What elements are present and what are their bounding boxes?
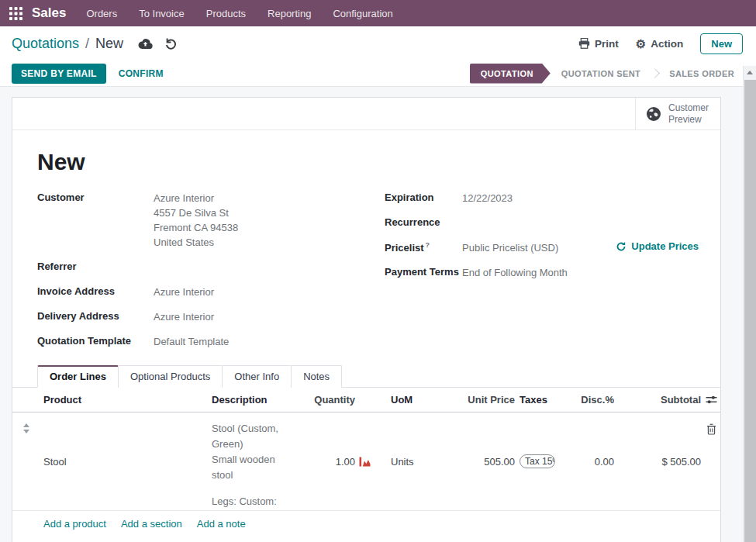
breadcrumb: Quotations / New <box>12 36 177 52</box>
update-prices-button[interactable]: Update Prices <box>616 240 699 252</box>
nav-menu: Orders To Invoice Products Reporting Con… <box>86 8 392 19</box>
print-button[interactable]: Print <box>578 38 619 50</box>
print-label: Print <box>595 38 619 50</box>
sliders-icon <box>706 395 717 405</box>
tax-tag[interactable]: Tax 15% <box>520 454 555 468</box>
field-referrer: Referrer <box>37 260 385 274</box>
trash-icon <box>706 423 716 435</box>
header-quantity[interactable]: Quantity <box>287 394 355 406</box>
action-button[interactable]: ⚙ Action <box>636 38 683 50</box>
tab-order-lines[interactable]: Order Lines <box>37 365 119 388</box>
save-cloud-icon[interactable] <box>137 38 154 50</box>
nav-item-orders[interactable]: Orders <box>86 8 117 19</box>
table-footer-links: Add a product Add a section Add a note <box>12 511 720 530</box>
cell-subtotal[interactable]: $ 505.00 <box>614 413 702 510</box>
step-sales-order[interactable]: SALES ORDER <box>669 69 734 78</box>
apps-grid-icon[interactable] <box>9 7 22 20</box>
invoice-address-label: Invoice Address <box>37 285 154 297</box>
customer-value[interactable]: Azure Interior 4557 De Silva St Fremont … <box>154 191 238 250</box>
customer-preview-label: Customer Preview <box>668 102 713 125</box>
refresh-icon <box>616 241 627 252</box>
confirm-button[interactable]: CONFIRM <box>119 68 164 79</box>
breadcrumb-quotations-link[interactable]: Quotations <box>12 36 79 52</box>
customer-preview-button[interactable]: Customer Preview <box>635 98 720 129</box>
app-brand[interactable]: Sales <box>32 5 66 21</box>
field-payment-terms: Payment Terms End of Following Month <box>385 265 702 280</box>
expiration-label: Expiration <box>385 191 462 203</box>
order-line-row[interactable]: Stool Stool (Custom, Green) Small wooden… <box>12 413 720 511</box>
header-disc[interactable]: Disc.% <box>564 394 614 406</box>
nav-item-reporting[interactable]: Reporting <box>268 8 311 19</box>
field-pricelist: Pricelist? Public Pricelist (USD) Update… <box>385 240 702 255</box>
add-a-product-link[interactable]: Add a product <box>43 518 106 530</box>
cell-quantity[interactable]: 1.00 <box>287 413 355 510</box>
field-delivery-address: Delivery Address Azure Interior <box>37 309 385 324</box>
header-subtotal[interactable]: Subtotal <box>614 394 702 406</box>
cell-description[interactable]: Stool (Custom, Green) Small wooden stool… <box>200 413 287 510</box>
top-navbar: Sales Orders To Invoice Products Reporti… <box>0 0 756 26</box>
customer-label: Customer <box>37 191 154 203</box>
document-title: New <box>37 149 702 175</box>
pricelist-label: Pricelist? <box>385 240 462 254</box>
optional-columns-button[interactable] <box>702 395 720 405</box>
action-label: Action <box>651 38 683 50</box>
header-unit-price[interactable]: Unit Price <box>444 394 515 406</box>
control-panel: Quotations / New <box>0 26 756 60</box>
field-expiration: Expiration 12/22/2023 <box>385 191 702 205</box>
step-quotation[interactable]: QUOTATION <box>470 64 551 84</box>
notebook-tabs: Order Lines Optional Products Other Info… <box>12 365 720 388</box>
cell-unit-price[interactable]: 505.00 <box>444 413 515 510</box>
printer-icon <box>578 38 590 49</box>
forecast-chart-icon[interactable] <box>355 413 375 510</box>
fields-right-column: Expiration 12/22/2023 Recurrence Priceli… <box>385 191 702 359</box>
invoice-address-value[interactable]: Azure Interior <box>154 285 214 299</box>
scrollbar-thumb[interactable] <box>744 80 756 542</box>
nav-item-products[interactable]: Products <box>206 8 246 19</box>
field-recurrence: Recurrence <box>385 216 702 230</box>
help-marker: ? <box>426 241 430 249</box>
pricelist-value[interactable]: Public Pricelist (USD) <box>462 240 616 255</box>
cell-taxes[interactable]: Tax 15% <box>515 413 564 510</box>
add-a-section-link[interactable]: Add a section <box>121 518 182 530</box>
delete-line-button[interactable] <box>702 413 720 510</box>
status-stepper: QUOTATION QUOTATION SENT SALES ORDER <box>470 64 734 84</box>
payment-terms-label: Payment Terms <box>385 265 462 278</box>
step-quotation-sent[interactable]: QUOTATION SENT <box>561 69 640 78</box>
field-invoice-address: Invoice Address Azure Interior <box>37 285 385 299</box>
cell-uom[interactable]: Units <box>375 413 444 510</box>
new-button[interactable]: New <box>700 33 743 54</box>
cell-disc[interactable]: 0.00 <box>564 413 614 510</box>
expiration-value[interactable]: 12/22/2023 <box>462 191 513 205</box>
cell-product[interactable]: Stool <box>36 413 200 510</box>
scrollbar-up-button[interactable] <box>744 66 756 78</box>
table-header-row: Product Description Quantity UoM Unit Pr… <box>12 388 720 413</box>
send-by-email-button[interactable]: SEND BY EMAIL <box>12 64 106 84</box>
tab-optional-products[interactable]: Optional Products <box>118 365 223 388</box>
nav-item-to-invoice[interactable]: To Invoice <box>139 8 185 19</box>
quotation-form-sheet: Customer Preview New Customer Azure Inte… <box>12 97 721 542</box>
discard-undo-icon[interactable] <box>164 37 177 50</box>
chevron-right-icon <box>650 68 660 78</box>
add-a-note-link[interactable]: Add a note <box>197 518 246 530</box>
breadcrumb-separator: / <box>85 36 89 52</box>
nav-item-configuration[interactable]: Configuration <box>333 8 392 19</box>
globe-icon <box>646 106 661 122</box>
drag-handle-icon[interactable] <box>23 423 30 433</box>
delivery-address-label: Delivery Address <box>37 309 154 322</box>
tab-other-info[interactable]: Other Info <box>222 365 292 388</box>
tab-notes[interactable]: Notes <box>291 365 342 388</box>
payment-terms-value[interactable]: End of Following Month <box>462 265 568 280</box>
field-customer: Customer Azure Interior 4557 De Silva St… <box>37 191 385 250</box>
header-product[interactable]: Product <box>36 394 200 406</box>
header-uom[interactable]: UoM <box>375 394 444 406</box>
vertical-scrollbar[interactable] <box>743 66 756 542</box>
quotation-template-label: Quotation Template <box>37 334 154 347</box>
field-quotation-template: Quotation Template Default Template <box>37 334 385 349</box>
sheet-header-strip: Customer Preview <box>12 98 720 130</box>
delivery-address-value[interactable]: Azure Interior <box>154 309 214 324</box>
referrer-label: Referrer <box>37 260 154 272</box>
statusbar: SEND BY EMAIL CONFIRM QUOTATION QUOTATIO… <box>0 60 756 87</box>
quotation-template-value[interactable]: Default Template <box>154 334 229 349</box>
header-description[interactable]: Description <box>200 392 287 408</box>
header-taxes[interactable]: Taxes <box>515 394 564 406</box>
